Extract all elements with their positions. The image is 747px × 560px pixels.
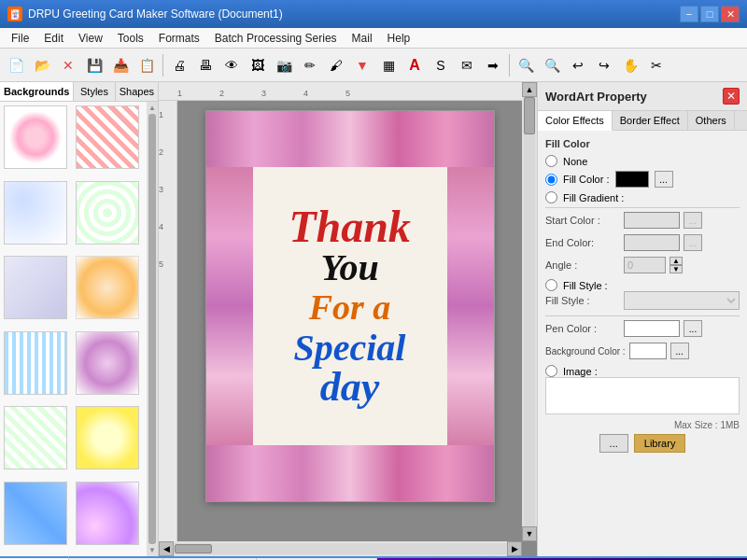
menu-tools[interactable]: Tools <box>110 30 151 47</box>
tb-image2[interactable]: 📷 <box>272 53 296 77</box>
tb-color[interactable]: ▼ <box>350 53 374 77</box>
greeting-card[interactable]: Thank You For a Special day <box>205 110 495 502</box>
tb-text[interactable]: A <box>402 53 427 77</box>
fill-style-radio[interactable] <box>545 279 557 291</box>
tb-save2[interactable]: 📥 <box>108 53 133 77</box>
card-inner: Thank You For a Special day <box>253 167 447 445</box>
tb-preview[interactable]: 👁 <box>219 53 244 77</box>
tb-arrow[interactable]: ➡ <box>481 53 505 77</box>
tb-shape[interactable]: S <box>429 53 453 77</box>
close-button[interactable]: ✕ <box>721 6 740 22</box>
bg-color-row: Background Color : ... <box>545 343 740 359</box>
toolbar: 📄 📂 ✕ 💾 📥 📋 🖨 🖶 👁 🖼 📷 ✏ 🖌 ▼ ▦ A S ✉ ➡ 🔍 … <box>0 49 747 82</box>
tab-front[interactable]: 🏠 Front <box>0 556 69 560</box>
floral-bottom <box>206 445 494 501</box>
start-color-ellipsis: ... <box>684 212 702 229</box>
menu-mail[interactable]: Mail <box>345 30 380 47</box>
thumb-1[interactable] <box>4 105 67 169</box>
angle-down: ▼ <box>669 265 683 273</box>
tab-border-effect[interactable]: Border Effect <box>613 111 688 130</box>
menu-batch[interactable]: Batch Processing Series <box>207 30 345 47</box>
vscroll-thumb[interactable] <box>524 97 535 134</box>
thumb-4[interactable] <box>76 181 139 245</box>
thumb-7[interactable] <box>4 331 67 395</box>
tab-styles[interactable]: Styles <box>74 82 115 101</box>
vscroll-down[interactable]: ▼ <box>522 526 537 541</box>
tb-new[interactable]: 📄 <box>4 53 28 77</box>
tb-image[interactable]: 🖼 <box>246 53 270 77</box>
hscroll-thumb[interactable] <box>175 544 212 553</box>
tb-copy[interactable]: 📋 <box>134 53 159 77</box>
thumb-3[interactable] <box>4 181 67 245</box>
app-icon: 🃏 <box>7 7 22 21</box>
minimize-button[interactable]: − <box>680 6 698 22</box>
fill-gradient-radio[interactable] <box>545 191 557 203</box>
tb-redo[interactable]: ↪ <box>592 53 616 77</box>
thumb-10[interactable] <box>76 406 139 469</box>
tb-cut[interactable]: ✂ <box>644 53 669 77</box>
thumb-9[interactable] <box>4 406 67 469</box>
bg-color-swatch[interactable] <box>629 343 667 359</box>
fill-none-radio[interactable] <box>545 155 557 167</box>
angle-input <box>624 257 666 273</box>
menu-view[interactable]: View <box>71 30 110 47</box>
tb-pen[interactable]: ✏ <box>298 53 322 77</box>
tb-zoom-out[interactable]: 🔍 <box>540 53 564 77</box>
canvas-vscroll[interactable]: ▲ ▼ <box>522 82 537 541</box>
fill-color-ellipsis[interactable]: ... <box>655 171 673 188</box>
start-color-label: Start Color : <box>545 215 620 226</box>
vscroll-track[interactable] <box>524 97 535 526</box>
tab-shapes[interactable]: Shapes <box>116 82 158 101</box>
tab-color-effects[interactable]: Color Effects <box>538 111 613 131</box>
browse-button[interactable]: ... <box>599 434 628 453</box>
card-text-fora: For a <box>309 287 391 329</box>
fill-style-radio-row: Fill Style : <box>545 279 740 291</box>
floral-right <box>447 167 494 445</box>
vscroll-up[interactable]: ▲ <box>522 82 537 97</box>
hscroll-track[interactable] <box>174 543 507 554</box>
hscroll-left[interactable]: ◀ <box>159 541 174 556</box>
tb-print[interactable]: 🖨 <box>167 53 191 77</box>
tb-brush[interactable]: 🖌 <box>324 53 348 77</box>
pen-color-swatch[interactable] <box>624 320 680 337</box>
fill-color-radio[interactable] <box>545 174 557 186</box>
panel-close-button[interactable]: ✕ <box>723 88 740 105</box>
thumb-2[interactable] <box>76 105 139 169</box>
tb-zoom-in[interactable]: 🔍 <box>514 53 538 77</box>
start-color-row: Start Color : ... <box>545 212 740 229</box>
hscroll-right[interactable]: ▶ <box>507 541 522 556</box>
menu-file[interactable]: File <box>4 30 36 47</box>
fill-style-select <box>624 291 740 310</box>
thumb-12[interactable] <box>76 482 139 545</box>
thumb-scrollbar[interactable]: ▲ ▼ <box>147 102 158 556</box>
bg-color-ellipsis[interactable]: ... <box>670 343 689 359</box>
tb-undo[interactable]: ↩ <box>566 53 590 77</box>
pen-color-ellipsis[interactable]: ... <box>684 320 702 337</box>
canvas-hscroll[interactable]: ◀ ▶ <box>159 541 522 556</box>
thumb-8[interactable] <box>76 331 139 395</box>
tb-barcode[interactable]: ▦ <box>376 53 401 77</box>
thumb-11[interactable] <box>4 482 67 545</box>
maximize-button[interactable]: □ <box>700 6 719 22</box>
menu-formats[interactable]: Formats <box>151 30 207 47</box>
thumb-5[interactable] <box>4 256 67 319</box>
canvas-area: 1 2 3 4 5 1 2 3 4 5 ▲ ▼ ◀ ▶ <box>159 82 537 556</box>
tab-others[interactable]: Others <box>688 111 735 130</box>
tb-print2[interactable]: 🖶 <box>193 53 218 77</box>
fill-style-row: Fill Style : <box>545 291 740 310</box>
tb-close-doc[interactable]: ✕ <box>56 53 80 77</box>
tb-save[interactable]: 💾 <box>82 53 106 77</box>
tab-backgrounds[interactable]: Backgrounds <box>0 82 74 101</box>
bottom-bar: 🏠 Front 📋 Properties 🎨 Templates ✉ Invit… <box>0 556 747 560</box>
tb-open[interactable]: 📂 <box>30 53 54 77</box>
thumb-6[interactable] <box>76 256 139 319</box>
library-button[interactable]: Library <box>634 434 686 453</box>
menu-help[interactable]: Help <box>380 30 418 47</box>
left-panel: Backgrounds Styles Shapes ▲ <box>0 82 159 556</box>
fill-color-swatch[interactable] <box>615 171 649 188</box>
menu-edit[interactable]: Edit <box>36 30 71 47</box>
toolbar-sep1 <box>162 54 163 77</box>
tb-email[interactable]: ✉ <box>455 53 479 77</box>
fill-image-radio[interactable] <box>545 365 557 377</box>
tb-hand[interactable]: ✋ <box>618 53 642 77</box>
